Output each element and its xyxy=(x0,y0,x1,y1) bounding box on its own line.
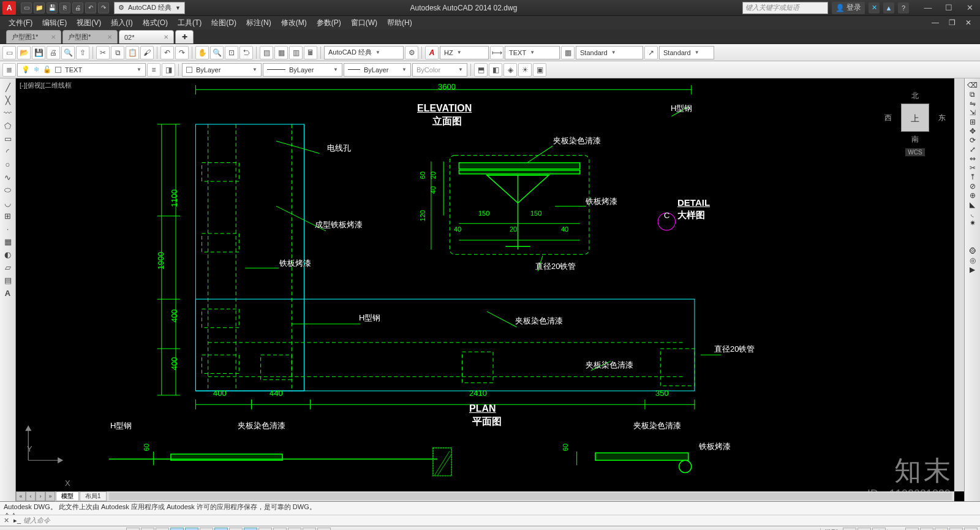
menu-format[interactable]: 格式(O) xyxy=(139,17,172,29)
mtext-icon[interactable]: A xyxy=(2,287,14,299)
horizontal-scrollbar[interactable] xyxy=(109,493,952,500)
clean-screen-icon[interactable]: ▢ xyxy=(964,528,978,531)
zoom-icon[interactable]: 🔍 xyxy=(210,46,224,59)
menu-insert[interactable]: 插入(I) xyxy=(107,17,136,29)
polygon-icon[interactable]: ⬠ xyxy=(2,119,14,132)
menu-help[interactable]: 帮助(H) xyxy=(383,17,416,29)
redo-icon[interactable]: ↷ xyxy=(175,46,189,59)
menu-draw[interactable]: 绘图(D) xyxy=(208,17,240,29)
viewport-icon[interactable]: ▣ xyxy=(533,63,546,77)
undo-icon[interactable]: ↶ xyxy=(85,2,96,13)
save-icon[interactable]: 💾 xyxy=(47,2,58,13)
close-tab-icon[interactable]: ✕ xyxy=(51,34,56,40)
ws-switch-icon[interactable]: ⚙ xyxy=(920,528,933,531)
table-style-select[interactable]: Standard▼ xyxy=(576,46,643,59)
exchange-icon[interactable]: ✕ xyxy=(869,2,880,13)
hatch-icon[interactable]: ▦ xyxy=(2,235,14,248)
first-tab-icon[interactable]: « xyxy=(16,491,26,501)
text-style-select[interactable]: HZ▼ xyxy=(440,46,489,59)
3dorbit-icon[interactable]: ⭗ xyxy=(969,247,976,256)
cut-icon[interactable]: ✂ xyxy=(96,46,110,59)
doc-tab[interactable]: 户型图*✕ xyxy=(62,30,118,44)
doc-restore-icon[interactable]: ❐ xyxy=(945,18,959,27)
textstyle-icon[interactable]: A xyxy=(425,46,439,59)
menu-tools[interactable]: 工具(T) xyxy=(174,17,205,29)
close-tab-icon[interactable]: ✕ xyxy=(107,34,112,40)
a360-icon[interactable]: ▲ xyxy=(883,2,894,13)
copy-icon[interactable]: ⧉ xyxy=(970,90,975,99)
erase-icon[interactable]: ⌫ xyxy=(967,81,978,89)
rectangle-icon[interactable]: ▭ xyxy=(2,132,14,145)
help-icon[interactable]: ? xyxy=(898,2,909,13)
lwt-toggle[interactable]: ≡ xyxy=(258,528,272,531)
tpy-toggle[interactable]: ▤ xyxy=(273,528,287,531)
break-icon[interactable]: ⊘ xyxy=(970,182,976,191)
sc-toggle[interactable]: ☰ xyxy=(303,528,316,531)
grid-toggle[interactable]: ⊞ xyxy=(141,528,154,531)
zoom-window-icon[interactable]: ⊡ xyxy=(225,46,238,59)
trim-icon[interactable]: ✂ xyxy=(970,164,976,172)
maximize-button[interactable]: ☐ xyxy=(938,1,959,15)
ellipse-arc-icon[interactable]: ◡ xyxy=(2,197,14,209)
am-toggle[interactable]: ◎ xyxy=(317,528,331,531)
undo-icon[interactable]: ↶ xyxy=(160,46,174,59)
otrack-toggle[interactable]: ∠ xyxy=(214,528,228,531)
minimize-button[interactable]: — xyxy=(918,1,938,15)
ortho-toggle[interactable]: ∟ xyxy=(156,528,169,531)
close-tab-icon[interactable]: ✕ xyxy=(164,34,168,40)
menu-file[interactable]: 文件(F) xyxy=(5,17,36,29)
cmd-close-icon[interactable]: ✕ xyxy=(4,517,11,524)
last-tab-icon[interactable]: » xyxy=(45,491,55,501)
layer-state-icon[interactable]: ≡ xyxy=(147,63,160,77)
lineweight-select[interactable]: ByLayer▼ xyxy=(344,63,411,77)
isolate-icon[interactable]: ◐ xyxy=(949,528,963,531)
menu-edit[interactable]: 编辑(E) xyxy=(39,17,70,29)
saveas-icon[interactable]: ⎘ xyxy=(59,2,70,13)
pline-icon[interactable]: 〰 xyxy=(2,107,14,119)
xline-icon[interactable]: ╳ xyxy=(2,94,14,106)
ellipse-icon[interactable]: ⬭ xyxy=(2,184,14,196)
dimstyle-icon[interactable]: ⟼ xyxy=(490,46,503,59)
new-icon[interactable]: ▭ xyxy=(21,2,32,13)
join-icon[interactable]: ⊕ xyxy=(970,191,976,200)
open-icon[interactable]: 📁 xyxy=(34,2,45,13)
tool-palette-icon[interactable]: ▥ xyxy=(289,46,303,59)
rotate-icon[interactable]: ⟳ xyxy=(970,136,976,145)
gradient-icon[interactable]: ◐ xyxy=(2,248,14,260)
line-icon[interactable]: ╱ xyxy=(2,81,14,93)
point-icon[interactable]: · xyxy=(2,222,14,235)
stretch-icon[interactable]: ⇔ xyxy=(970,154,976,163)
quickview-layouts-icon[interactable]: ▭ xyxy=(843,528,856,531)
workspace-dropdown[interactable]: ⚙ AutoCAD 经典 ▼ xyxy=(114,2,185,14)
pan-icon[interactable]: ✋ xyxy=(195,46,209,59)
color-select[interactable]: ByLayer▼ xyxy=(182,63,262,77)
preview-icon[interactable]: 🔍 xyxy=(61,46,75,59)
workspace-select[interactable]: AutoCAD 经典▼ xyxy=(324,46,404,59)
new-tab-button[interactable]: ✚ xyxy=(175,30,194,44)
plotstyle-select[interactable]: ByColor▼ xyxy=(412,63,467,77)
doc-minimize-icon[interactable]: — xyxy=(928,18,943,27)
offset-icon[interactable]: ⇲ xyxy=(970,108,976,117)
array-icon[interactable]: ⊞ xyxy=(970,118,976,126)
menu-modify[interactable]: 修改(M) xyxy=(277,17,311,29)
visual-style-icon[interactable]: ◈ xyxy=(503,63,517,77)
properties-icon[interactable]: ▤ xyxy=(260,46,273,59)
dim-style-select[interactable]: TEXT▼ xyxy=(505,46,560,59)
open-icon[interactable]: 📂 xyxy=(17,46,31,59)
wheel-icon[interactable]: ◎ xyxy=(970,256,976,265)
ws-settings-icon[interactable]: ⚙ xyxy=(405,46,418,59)
menu-parametric[interactable]: 参数(P) xyxy=(313,17,345,29)
match-icon[interactable]: 🖌 xyxy=(140,46,154,59)
polar-toggle[interactable]: ✛ xyxy=(170,528,184,531)
copy-icon[interactable]: ⧉ xyxy=(111,46,124,59)
move-icon[interactable]: ✥ xyxy=(970,127,976,135)
publish-icon[interactable]: ⇧ xyxy=(76,46,89,59)
quickview-dwgs-icon[interactable]: ▣ xyxy=(858,528,871,531)
command-window[interactable]: Autodesk DWG。 此文件上次由 Autodesk 应用程序或 Auto… xyxy=(0,501,980,526)
dyn-toggle[interactable]: + xyxy=(244,528,257,531)
circle-icon[interactable]: ○ xyxy=(2,158,14,170)
command-input[interactable]: 键入命令 xyxy=(23,516,50,525)
mleader-style-select[interactable]: Standard▼ xyxy=(659,46,714,59)
paste-icon[interactable]: 📋 xyxy=(126,46,139,59)
osnap-toggle[interactable]: ◻ xyxy=(185,528,198,531)
